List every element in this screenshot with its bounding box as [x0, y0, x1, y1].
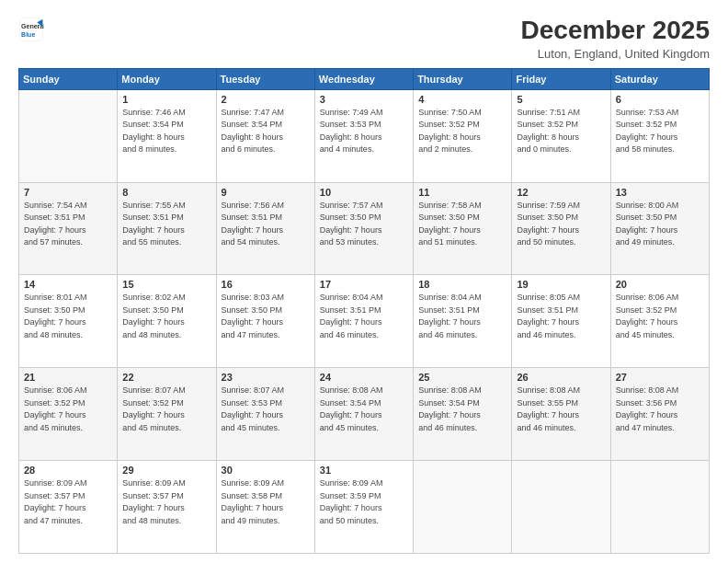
day-number: 30	[222, 465, 310, 476]
table-row: 8Sunrise: 7:55 AM Sunset: 3:51 PM Daylig…	[118, 182, 216, 275]
table-row: 31Sunrise: 8:09 AM Sunset: 3:59 PM Dayli…	[314, 461, 413, 554]
table-row: 22Sunrise: 8:07 AM Sunset: 3:52 PM Dayli…	[118, 368, 216, 461]
day-info: Sunrise: 8:06 AM Sunset: 3:52 PM Dayligh…	[24, 385, 112, 434]
day-number: 22	[122, 372, 210, 383]
table-row: 13Sunrise: 8:00 AM Sunset: 3:50 PM Dayli…	[610, 182, 709, 275]
day-info: Sunrise: 8:01 AM Sunset: 3:50 PM Dayligh…	[24, 292, 112, 341]
table-row: 30Sunrise: 8:09 AM Sunset: 3:58 PM Dayli…	[216, 461, 314, 554]
location: Luton, England, United Kingdom	[521, 47, 710, 61]
table-row	[512, 461, 610, 554]
day-info: Sunrise: 8:09 AM Sunset: 3:57 PM Dayligh…	[24, 477, 112, 527]
table-row: 11Sunrise: 7:58 AM Sunset: 3:50 PM Dayli…	[414, 182, 512, 275]
day-number: 18	[418, 279, 506, 290]
day-info: Sunrise: 7:58 AM Sunset: 3:50 PM Dayligh…	[418, 200, 506, 249]
table-row: 3Sunrise: 7:49 AM Sunset: 3:53 PM Daylig…	[314, 89, 413, 182]
table-row: 19Sunrise: 8:05 AM Sunset: 3:51 PM Dayli…	[512, 275, 610, 368]
day-info: Sunrise: 7:50 AM Sunset: 3:52 PM Dayligh…	[418, 107, 506, 156]
day-number: 3	[320, 94, 408, 105]
table-row: 17Sunrise: 8:04 AM Sunset: 3:51 PM Dayli…	[314, 275, 413, 368]
day-number: 20	[616, 279, 704, 290]
day-info: Sunrise: 8:05 AM Sunset: 3:51 PM Dayligh…	[517, 292, 605, 341]
day-number: 11	[418, 187, 506, 198]
table-row: 23Sunrise: 8:07 AM Sunset: 3:53 PM Dayli…	[216, 368, 314, 461]
table-row: 24Sunrise: 8:08 AM Sunset: 3:54 PM Dayli…	[314, 368, 413, 461]
col-tuesday: Tuesday	[216, 68, 314, 89]
day-info: Sunrise: 8:08 AM Sunset: 3:54 PM Dayligh…	[320, 385, 408, 434]
calendar-header-row: Sunday Monday Tuesday Wednesday Thursday…	[19, 68, 710, 89]
day-number: 14	[24, 279, 112, 290]
title-block: December 2025 Luton, England, United Kin…	[521, 17, 710, 61]
table-row: 28Sunrise: 8:09 AM Sunset: 3:57 PM Dayli…	[19, 461, 118, 554]
col-thursday: Thursday	[414, 68, 512, 89]
day-info: Sunrise: 7:59 AM Sunset: 3:50 PM Dayligh…	[517, 200, 605, 249]
day-info: Sunrise: 8:08 AM Sunset: 3:56 PM Dayligh…	[616, 385, 704, 434]
day-number: 9	[222, 187, 310, 198]
day-number: 8	[122, 187, 210, 198]
calendar-week-row: 14Sunrise: 8:01 AM Sunset: 3:50 PM Dayli…	[19, 275, 710, 368]
table-row: 5Sunrise: 7:51 AM Sunset: 3:52 PM Daylig…	[512, 89, 610, 182]
calendar-week-row: 1Sunrise: 7:46 AM Sunset: 3:54 PM Daylig…	[19, 89, 710, 182]
day-number: 29	[122, 465, 210, 476]
col-friday: Friday	[512, 68, 610, 89]
day-number: 23	[222, 372, 310, 383]
calendar-week-row: 7Sunrise: 7:54 AM Sunset: 3:51 PM Daylig…	[19, 182, 710, 275]
day-info: Sunrise: 8:07 AM Sunset: 3:53 PM Dayligh…	[222, 385, 310, 434]
day-number: 28	[24, 465, 112, 476]
table-row: 1Sunrise: 7:46 AM Sunset: 3:54 PM Daylig…	[118, 89, 216, 182]
day-info: Sunrise: 8:09 AM Sunset: 3:57 PM Dayligh…	[122, 477, 210, 527]
col-monday: Monday	[118, 68, 216, 89]
calendar-week-row: 21Sunrise: 8:06 AM Sunset: 3:52 PM Dayli…	[19, 368, 710, 461]
day-info: Sunrise: 8:04 AM Sunset: 3:51 PM Dayligh…	[418, 292, 506, 341]
day-number: 2	[222, 94, 310, 105]
table-row: 18Sunrise: 8:04 AM Sunset: 3:51 PM Dayli…	[414, 275, 512, 368]
day-info: Sunrise: 7:46 AM Sunset: 3:54 PM Dayligh…	[122, 107, 210, 156]
table-row	[610, 461, 709, 554]
day-number: 19	[517, 279, 605, 290]
table-row: 21Sunrise: 8:06 AM Sunset: 3:52 PM Dayli…	[19, 368, 118, 461]
table-row: 27Sunrise: 8:08 AM Sunset: 3:56 PM Dayli…	[610, 368, 709, 461]
day-number: 4	[418, 94, 506, 105]
table-row: 15Sunrise: 8:02 AM Sunset: 3:50 PM Dayli…	[118, 275, 216, 368]
table-row: 4Sunrise: 7:50 AM Sunset: 3:52 PM Daylig…	[414, 89, 512, 182]
table-row	[414, 461, 512, 554]
day-number: 27	[616, 372, 704, 383]
table-row: 26Sunrise: 8:08 AM Sunset: 3:55 PM Dayli…	[512, 368, 610, 461]
day-info: Sunrise: 8:08 AM Sunset: 3:55 PM Dayligh…	[517, 385, 605, 434]
day-info: Sunrise: 7:56 AM Sunset: 3:51 PM Dayligh…	[222, 200, 310, 249]
day-number: 13	[616, 187, 704, 198]
day-info: Sunrise: 8:02 AM Sunset: 3:50 PM Dayligh…	[122, 292, 210, 341]
logo-icon: General Blue	[18, 17, 44, 42]
day-info: Sunrise: 7:54 AM Sunset: 3:51 PM Dayligh…	[24, 200, 112, 249]
calendar-week-row: 28Sunrise: 8:09 AM Sunset: 3:57 PM Dayli…	[19, 461, 710, 554]
table-row: 9Sunrise: 7:56 AM Sunset: 3:51 PM Daylig…	[216, 182, 314, 275]
col-wednesday: Wednesday	[314, 68, 413, 89]
day-info: Sunrise: 7:47 AM Sunset: 3:54 PM Dayligh…	[222, 107, 310, 156]
day-info: Sunrise: 8:09 AM Sunset: 3:58 PM Dayligh…	[222, 477, 310, 527]
day-number: 15	[122, 279, 210, 290]
table-row: 10Sunrise: 7:57 AM Sunset: 3:50 PM Dayli…	[314, 182, 413, 275]
day-info: Sunrise: 8:03 AM Sunset: 3:50 PM Dayligh…	[222, 292, 310, 341]
page-header: General Blue December 2025 Luton, Englan…	[18, 17, 710, 61]
table-row: 7Sunrise: 7:54 AM Sunset: 3:51 PM Daylig…	[19, 182, 118, 275]
table-row: 25Sunrise: 8:08 AM Sunset: 3:54 PM Dayli…	[414, 368, 512, 461]
day-number: 1	[122, 94, 210, 105]
day-number: 6	[616, 94, 704, 105]
day-number: 7	[24, 187, 112, 198]
calendar-table: Sunday Monday Tuesday Wednesday Thursday…	[18, 68, 710, 554]
day-info: Sunrise: 7:53 AM Sunset: 3:52 PM Dayligh…	[616, 107, 704, 156]
table-row: 20Sunrise: 8:06 AM Sunset: 3:52 PM Dayli…	[610, 275, 709, 368]
day-number: 17	[320, 279, 408, 290]
day-info: Sunrise: 8:09 AM Sunset: 3:59 PM Dayligh…	[320, 477, 408, 527]
day-info: Sunrise: 8:00 AM Sunset: 3:50 PM Dayligh…	[616, 200, 704, 249]
day-info: Sunrise: 8:06 AM Sunset: 3:52 PM Dayligh…	[616, 292, 704, 341]
day-number: 12	[517, 187, 605, 198]
table-row: 12Sunrise: 7:59 AM Sunset: 3:50 PM Dayli…	[512, 182, 610, 275]
day-number: 16	[222, 279, 310, 290]
month-title: December 2025	[521, 17, 710, 45]
logo: General Blue	[18, 17, 44, 42]
day-number: 21	[24, 372, 112, 383]
table-row	[19, 89, 118, 182]
day-info: Sunrise: 8:07 AM Sunset: 3:52 PM Dayligh…	[122, 385, 210, 434]
table-row: 14Sunrise: 8:01 AM Sunset: 3:50 PM Dayli…	[19, 275, 118, 368]
table-row: 16Sunrise: 8:03 AM Sunset: 3:50 PM Dayli…	[216, 275, 314, 368]
